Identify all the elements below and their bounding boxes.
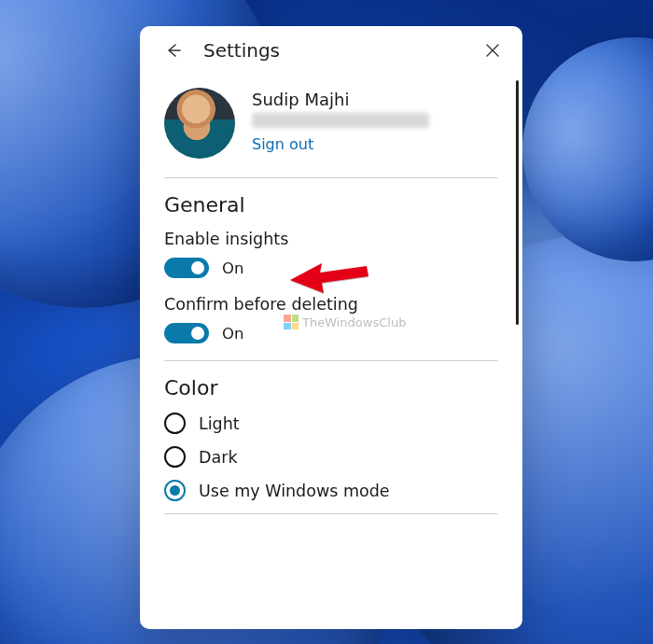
section-general-title: General (164, 193, 498, 217)
arrow-left-icon (164, 41, 183, 60)
profile-email-blurred (252, 113, 429, 128)
divider (164, 360, 498, 361)
sign-out-link[interactable]: Sign out (252, 135, 429, 153)
close-icon (485, 43, 500, 58)
enable-insights-row: On (164, 258, 498, 278)
color-light-label: Light (199, 414, 240, 433)
color-light-option[interactable]: Light (164, 413, 498, 434)
profile-section: Sudip Majhi Sign out (164, 82, 498, 177)
enable-insights-toggle[interactable] (164, 258, 209, 278)
color-windows-option[interactable]: Use my Windows mode (164, 480, 498, 501)
avatar[interactable] (164, 88, 235, 159)
color-dark-label: Dark (199, 448, 238, 467)
radio-icon (164, 446, 186, 468)
confirm-delete-toggle[interactable] (164, 323, 209, 343)
color-windows-label: Use my Windows mode (199, 482, 390, 500)
color-dark-option[interactable]: Dark (164, 446, 498, 468)
close-button[interactable] (479, 37, 506, 63)
panel-header: Settings (140, 26, 522, 69)
confirm-delete-label: Confirm before deleting (164, 295, 498, 314)
radio-icon (164, 413, 186, 434)
divider (164, 177, 498, 178)
settings-scroll-area[interactable]: Sudip Majhi Sign out General Enable insi… (140, 75, 522, 629)
back-button[interactable] (160, 37, 187, 63)
panel-title: Settings (203, 39, 280, 62)
confirm-delete-row: On (164, 323, 498, 343)
enable-insights-label: Enable insights (164, 230, 498, 248)
scrollbar-thumb[interactable] (516, 80, 519, 325)
confirm-delete-state: On (222, 325, 243, 343)
divider (164, 513, 498, 514)
enable-insights-state: On (222, 259, 243, 277)
radio-selected-icon (164, 480, 186, 501)
profile-name: Sudip Majhi (252, 90, 429, 109)
settings-panel: Settings Sudip Majhi Sign out General En… (140, 26, 522, 629)
section-color-title: Color (164, 376, 498, 399)
